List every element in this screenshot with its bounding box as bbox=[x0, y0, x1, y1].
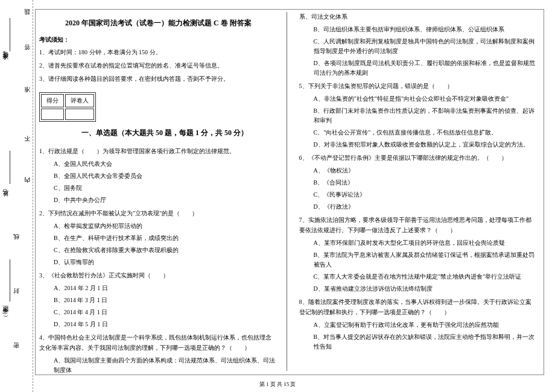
score-table: 得分 评卷人 bbox=[39, 92, 96, 122]
seal-char-4: 内 bbox=[23, 181, 31, 188]
q2-option-b: B、在生产、科研中进行技术革新，成绩突出的 bbox=[54, 233, 278, 243]
seal-char-2: 封 bbox=[12, 296, 21, 299]
q1-option-b: B、全国人民代表大会常委委员会 bbox=[54, 171, 278, 181]
q6-option-c: C、《民事诉讼法》 bbox=[314, 190, 538, 200]
q2-option-d: D、认罪悔罪的 bbox=[54, 258, 278, 267]
q1-option-a: A、全国人民代表大会 bbox=[54, 159, 278, 169]
question-8-stem: 8、随着法院案件受理制度改革的落实，当事人诉权得到进一步保障。关于行政诉讼立案登… bbox=[299, 297, 538, 317]
q1-option-c: C、国务院 bbox=[54, 183, 278, 193]
binding-labels: 省（市区） 姓名 准考证号 密 封 线 内 不 准 答 题 bbox=[0, 0, 24, 392]
score-section: 得分 评卷人 一、单选题（本大题共 50 题，每题 1 分，共 50 分） bbox=[39, 87, 278, 143]
q3-option-b: B、2014 年 3 月 1 日 bbox=[54, 296, 278, 305]
q7-option-a: A、某市环保部门及时发布大型化工项目的环评信息，回应社会舆论质疑 bbox=[314, 238, 538, 248]
q8-option-a: A、立案登记制有助于行政司法化改革，更有助于强化司法的应然功能 bbox=[314, 320, 538, 330]
score-blank-2 bbox=[65, 109, 94, 120]
instruction-1: 1、考试时间：180 分钟，本卷满分为 150 分。 bbox=[39, 48, 278, 57]
seal-char-5: 不 bbox=[23, 139, 31, 146]
seal-char-1: 密 bbox=[12, 350, 21, 353]
q5-option-b: B、行政部门未对非法集资作出性质认定的，不影响非法集资刑事案件的侦查、起诉和审判 bbox=[314, 106, 538, 125]
page-content: 2020 年国家司法考试（试卷一）能力检测试题 C 卷 附答案 考试须知： 1、… bbox=[0, 0, 555, 380]
q7-option-d: D、某省推动建立涉法涉诉信访依法终结制度 bbox=[314, 284, 538, 294]
name-label: 姓名 bbox=[1, 199, 10, 201]
left-column: 2020 年国家司法考试（试卷一）能力检测试题 C 卷 附答案 考试须知： 1、… bbox=[33, 9, 288, 374]
q2-option-c: C、在抢险救灾或者排除重大事故中表现积极的 bbox=[54, 245, 278, 255]
question-7-stem: 7、实施依法治国方略，要求各级领导干部善于运用法治思维思考问题，处理每项工作都要… bbox=[299, 215, 538, 235]
seal-char-7: 答 bbox=[23, 48, 31, 55]
question-6-stem: 6、《不动产登记暂行条例》主要是依据以下哪部法律的规定作出的。（ ） bbox=[299, 153, 538, 163]
page-footer: 第 1 页 共 15 页 bbox=[0, 381, 555, 388]
score-blank-1 bbox=[41, 109, 64, 120]
instructions-header: 考试须知： bbox=[39, 36, 278, 44]
q1-option-d: D、中共中央办公厅 bbox=[54, 195, 278, 205]
q7-option-c: C、某市人大常委会就是否在地方性法规中规定"禁止地铁内进食"举行立法听证 bbox=[314, 272, 538, 282]
seal-char-3: 线 bbox=[12, 241, 21, 245]
question-4-stem: 4、中国特色社会主义司法制度是一个科学系统，既包括体制机制运行体系，也包括理念文… bbox=[39, 332, 278, 353]
instruction-2: 2、请首先按要求在试卷的指定位置填写您的姓名、准考证号等信息。 bbox=[39, 61, 278, 71]
q2-option-a: A、检举揭发监狱内外犯罪活动的 bbox=[54, 221, 278, 231]
q3-option-d: D、2014 年 5 月 1 日 bbox=[54, 320, 278, 329]
q6-option-d: D、《行政法》 bbox=[314, 202, 538, 212]
q4-option-a-cont: 系、司法文化体系 bbox=[299, 11, 538, 22]
q3-option-a: A、2014 年 2 月 1 日 bbox=[54, 283, 278, 293]
question-5-stem: 5、下列关于非法集资犯罪的认定问题，错误的是（ ） bbox=[299, 81, 538, 91]
ticket-label: 准考证号 bbox=[1, 60, 10, 65]
q4-option-d: D、各项司法制度既是司法机关职责分工、履行职能的依据和标准，也是监督和规范司法行… bbox=[314, 58, 538, 78]
q5-option-c: C、"向社会公开宣传"，仅包括直接传播信息，不包括放任信息扩散。 bbox=[314, 128, 538, 138]
q8-option-b: B、对当事人提交的起诉状存在的欠缺和错误，法院应主动给予指导和释明，并一次性告知 bbox=[314, 332, 538, 352]
q4-option-c: C、人民调解制度和死刑复核制度是独具中国特色的司法制度，司法解释制度和案例指导制… bbox=[314, 37, 538, 56]
section-1-title: 一、单选题（本大题共 50 题，每题 1 分，共 50 分） bbox=[81, 128, 248, 138]
right-column: 系、司法文化体系 B、司法组织体系主要包括审判组织体系、律师组织体系、公证组织体… bbox=[288, 9, 544, 374]
seal-char-6: 准 bbox=[23, 90, 31, 98]
instruction-3: 3、请仔细阅读各种题目的回答要求，在密封线内答题，否则不予评分。 bbox=[39, 74, 278, 84]
question-1-stem: 1、行政法规是（ ）为领导和管理国家各项行政工作制定的法律规范。 bbox=[39, 146, 278, 156]
seal-char-8: 题 bbox=[23, 12, 31, 19]
q4-option-b: B、司法组织体系主要包括审判组织体系、律师组织体系、公证组织体系 bbox=[314, 25, 538, 34]
q5-option-a: A、非法集资的"社会性"特征是指"向社会公众即社会不特定对象吸收资金" bbox=[314, 94, 538, 104]
exam-title: 2020 年国家司法考试（试卷一）能力检测试题 C 卷 附答案 bbox=[39, 18, 278, 28]
question-3-stem: 3、《社会救助暂行办法》正式实施时间（ ） bbox=[39, 270, 278, 280]
q4-option-a: A、我国司法制度主要由四个方面的体系构成：司法规范体系、司法组织体系、司法制度体 bbox=[54, 356, 278, 375]
fill-line-1 bbox=[10, 259, 10, 302]
score-cell-grader: 评卷人 bbox=[65, 94, 94, 107]
fill-line-3 bbox=[10, 18, 10, 51]
q6-option-a: A、《物权法》 bbox=[314, 166, 538, 175]
q3-option-c: C、2014 年 4 月 1 日 bbox=[54, 308, 278, 317]
score-cell-score: 得分 bbox=[41, 94, 64, 107]
question-2-stem: 2、下列情况在减刑中不能被认定为"立功表现"的是（ ） bbox=[39, 208, 278, 218]
fill-line-2 bbox=[10, 151, 10, 184]
q5-option-d: D、对非法集资犯罪对象人数或吸收资金数额的认定上，宜采取综合认定的方法。 bbox=[314, 140, 538, 150]
column-divider bbox=[287, 12, 287, 371]
q7-option-b: B、某市法院为平息来访被害人家属及群众情绪签订保证书，根据案情承诺加重处罚被告人 bbox=[314, 250, 538, 270]
province-label: 省（市区） bbox=[1, 314, 10, 320]
q6-option-b: B、《合同法》 bbox=[314, 178, 538, 188]
